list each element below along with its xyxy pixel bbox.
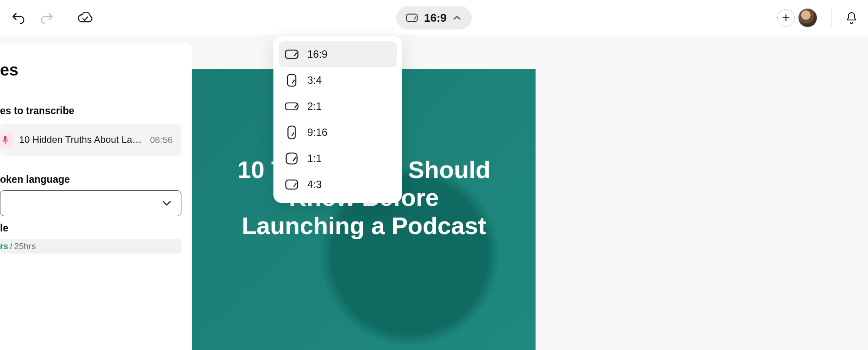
ratio-option-2-1[interactable]: 2:1 xyxy=(279,93,397,119)
ratio-option-label: 16:9 xyxy=(307,48,328,60)
usage-hours: rs xyxy=(0,241,8,251)
ratio-icon-square xyxy=(285,152,299,165)
usage-separator: / xyxy=(10,241,13,251)
ratio-icon-wide xyxy=(285,178,299,192)
aspect-ratio-selector: 16:9 xyxy=(396,6,472,30)
aspect-ratio-dropdown: 16:9 3:4 2:1 9:16 1:1 xyxy=(273,36,402,203)
ratio-option-16-9[interactable]: 16:9 xyxy=(279,41,397,67)
ratio-icon-wide xyxy=(285,47,299,61)
microphone-icon xyxy=(2,135,8,144)
redo-icon xyxy=(39,11,54,24)
ratio-option-3-4[interactable]: 3:4 xyxy=(279,67,397,93)
cloud-check-icon xyxy=(77,11,93,24)
undo-icon xyxy=(11,11,26,24)
toolbar-left-group xyxy=(9,8,95,27)
bell-icon xyxy=(845,11,858,25)
plus-icon xyxy=(782,13,790,22)
ratio-option-4-3[interactable]: 4:3 xyxy=(279,172,397,198)
cloud-sync-button[interactable] xyxy=(76,8,95,27)
usage-bar: rs / 25hrs xyxy=(0,239,181,254)
panel-heading: es xyxy=(0,61,18,79)
notifications-button[interactable] xyxy=(844,10,859,26)
microphone-badge xyxy=(0,132,13,148)
ratio-option-9-16[interactable]: 9:16 xyxy=(279,119,397,145)
side-panel: es es to transcribe 10 Hidden Truths Abo… xyxy=(0,43,192,350)
workspace: es es to transcribe 10 Hidden Truths Abo… xyxy=(0,36,868,350)
aspect-ratio-current-label: 16:9 xyxy=(424,11,447,25)
usage-text: rs / 25hrs xyxy=(0,241,36,251)
ratio-option-label: 3:4 xyxy=(307,74,322,86)
svg-rect-1 xyxy=(4,136,7,141)
ratio-option-label: 9:16 xyxy=(307,126,328,139)
language-section-label: oken language xyxy=(0,174,70,185)
file-row[interactable]: 10 Hidden Truths About Launching ... 08:… xyxy=(0,124,181,156)
toolbar-divider xyxy=(831,8,832,27)
file-duration: 08:56 xyxy=(150,135,173,145)
toolbar-right-group xyxy=(777,8,859,27)
ratio-option-label: 4:3 xyxy=(307,178,322,191)
file-title: 10 Hidden Truths About Launching ... xyxy=(19,134,144,145)
ratio-icon-tall xyxy=(285,73,299,87)
aspect-ratio-pill[interactable]: 16:9 xyxy=(396,6,472,30)
ratio-option-label: 1:1 xyxy=(307,152,322,165)
ratio-icon-tall xyxy=(285,125,299,139)
chevron-up-icon xyxy=(453,15,461,21)
add-button[interactable] xyxy=(777,9,795,26)
aspect-ratio-icon xyxy=(406,13,418,22)
ratio-option-label: 2:1 xyxy=(307,100,322,112)
top-toolbar: 16:9 xyxy=(0,0,868,36)
ratio-icon-wide xyxy=(285,99,299,113)
language-select[interactable] xyxy=(0,190,181,216)
redo-button[interactable] xyxy=(37,8,56,27)
third-section-label: le xyxy=(0,222,8,234)
user-avatar[interactable] xyxy=(798,8,817,27)
transcribe-section-label: es to transcribe xyxy=(0,105,74,117)
chevron-down-icon xyxy=(162,200,171,206)
ratio-option-1-1[interactable]: 1:1 xyxy=(279,145,397,172)
undo-button[interactable] xyxy=(9,8,28,27)
usage-total: 25hrs xyxy=(14,241,36,251)
